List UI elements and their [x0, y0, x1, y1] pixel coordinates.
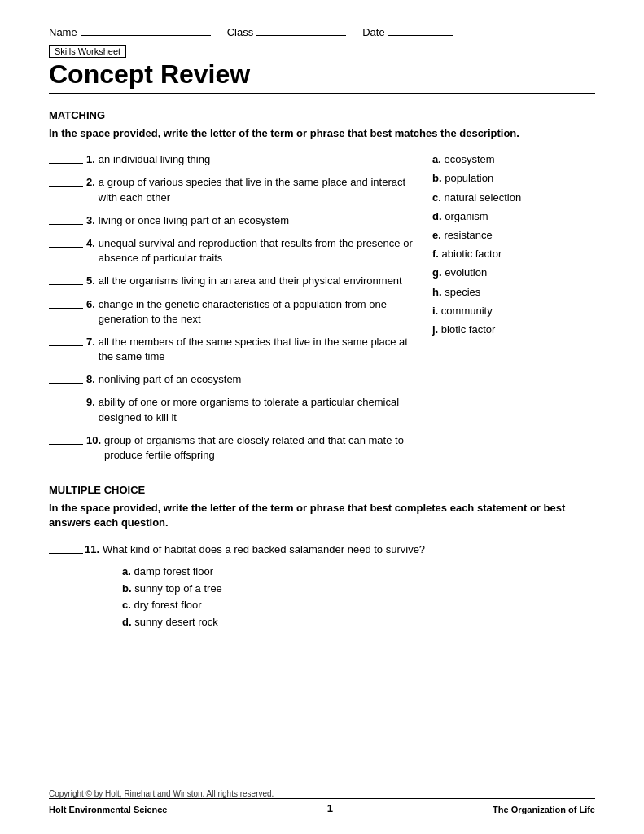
- answer-letter: j.: [432, 323, 441, 336]
- match-number: 10.: [86, 433, 101, 448]
- answer-letter: e.: [432, 229, 444, 241]
- answer-letter: h.: [432, 286, 445, 298]
- match-number: 1.: [86, 152, 95, 167]
- match-blank: [49, 152, 83, 164]
- answer-letter: d.: [432, 210, 445, 222]
- match-blank: [49, 372, 83, 384]
- footer-left: Holt Environmental Science: [49, 805, 167, 814]
- skills-badge-text: Skills Worksheet: [49, 45, 126, 58]
- match-item: 8.nonliving part of an ecosystem: [49, 372, 416, 387]
- answer-item: c. natural selection: [432, 191, 595, 205]
- match-number: 8.: [86, 372, 95, 387]
- mc-question-text: What kind of habitat does a red backed s…: [103, 542, 595, 557]
- match-text: group of organisms that are closely rela…: [104, 433, 416, 463]
- mc-option: b. sunny top of a tree: [122, 581, 595, 598]
- match-blank: [49, 297, 83, 309]
- page-title: Concept Review: [49, 59, 595, 94]
- match-blank: [49, 175, 83, 187]
- answer-letter: a.: [432, 153, 444, 165]
- answer-item: e. resistance: [432, 228, 595, 243]
- mc-item-wrapper: 11.What kind of habitat does a red backe…: [49, 542, 595, 631]
- mc-option-letter: b.: [122, 582, 134, 595]
- match-text: a group of various species that live in …: [99, 175, 416, 204]
- name-underline: [81, 24, 211, 36]
- answer-item: d. organism: [432, 209, 595, 224]
- match-item: 3.living or once living part of an ecosy…: [49, 213, 416, 228]
- mc-instructions: In the space provided, write the letter …: [49, 501, 595, 530]
- answer-item: i. community: [432, 304, 595, 318]
- match-blank: [49, 395, 83, 406]
- mc-option-text: sunny desert rock: [134, 616, 218, 628]
- mc-title: MULTIPLE CHOICE: [49, 484, 595, 496]
- match-number: 7.: [86, 335, 95, 349]
- match-text: an individual living thing: [99, 152, 416, 167]
- answer-letter: c.: [432, 191, 444, 204]
- answer-text: biotic factor: [441, 323, 495, 336]
- mc-items-container: 11.What kind of habitat does a red backe…: [49, 542, 595, 631]
- answer-text: resistance: [444, 229, 492, 241]
- match-item: 4.unequal survival and reproduction that…: [49, 236, 416, 266]
- match-number: 9.: [86, 395, 95, 410]
- mc-options: a. damp forest floorb. sunny top of a tr…: [122, 564, 595, 631]
- answer-item: b. population: [432, 171, 595, 186]
- match-number: 3.: [86, 213, 95, 228]
- match-text: ability of one or more organisms to tole…: [99, 395, 416, 424]
- footer-right: The Organization of Life: [493, 805, 595, 814]
- mc-option-text: damp forest floor: [134, 565, 213, 577]
- match-text: all the members of the same species that…: [99, 335, 416, 364]
- match-item: 5.all the organisms living in an area an…: [49, 274, 416, 288]
- match-number: 5.: [86, 274, 95, 288]
- skills-badge: Skills Worksheet: [49, 45, 595, 59]
- footer-center: 1: [327, 802, 333, 814]
- match-blank: [49, 236, 83, 248]
- match-blank: [49, 335, 83, 346]
- class-label: Class: [227, 26, 254, 38]
- answer-text: organism: [445, 210, 488, 222]
- matching-title: MATCHING: [49, 109, 595, 121]
- answer-text: species: [445, 286, 480, 298]
- mc-option: c. dry forest floor: [122, 597, 595, 614]
- name-label: Name: [49, 26, 77, 38]
- match-item: 1.an individual living thing: [49, 152, 416, 167]
- name-field: Name: [49, 24, 211, 38]
- answer-item: g. evolution: [432, 266, 595, 280]
- match-number: 4.: [86, 236, 95, 251]
- matching-answers: a. ecosystemb. populationc. natural sele…: [432, 152, 595, 471]
- date-label: Date: [362, 26, 384, 38]
- class-underline: [256, 24, 346, 36]
- matching-questions: 1.an individual living thing2.a group of…: [49, 152, 432, 471]
- footer: Holt Environmental Science 1 The Organiz…: [49, 798, 595, 814]
- answer-item: h. species: [432, 285, 595, 300]
- match-item: 7.all the members of the same species th…: [49, 335, 416, 364]
- answer-item: a. ecosystem: [432, 152, 595, 167]
- mc-blank: [49, 542, 83, 554]
- match-item: 9.ability of one or more organisms to to…: [49, 395, 416, 424]
- answer-text: community: [441, 305, 493, 317]
- match-blank: [49, 433, 83, 445]
- mc-number: 11.: [85, 542, 99, 557]
- matching-container: 1.an individual living thing2.a group of…: [49, 152, 595, 471]
- answer-text: ecosystem: [444, 153, 494, 165]
- mc-option-text: dry forest floor: [134, 599, 201, 611]
- answer-text: natural selection: [444, 191, 521, 204]
- answer-text: evolution: [445, 266, 487, 279]
- match-item: 10.group of organisms that are closely r…: [49, 433, 416, 463]
- answer-letter: i.: [432, 305, 441, 317]
- mc-option: d. sunny desert rock: [122, 614, 595, 631]
- mc-option-letter: d.: [122, 616, 134, 628]
- match-text: nonliving part of an ecosystem: [99, 372, 416, 387]
- copyright: Copyright © by Holt, Rinehart and Winsto…: [49, 789, 274, 798]
- match-text: living or once living part of an ecosyst…: [99, 213, 416, 228]
- date-underline: [388, 24, 453, 36]
- mc-option-text: sunny top of a tree: [134, 582, 222, 595]
- answer-letter: f.: [432, 248, 442, 260]
- answer-item: j. biotic factor: [432, 323, 595, 337]
- match-blank: [49, 274, 83, 285]
- answer-text: abiotic factor: [442, 248, 502, 260]
- match-item: 6.change in the genetic characteristics …: [49, 297, 416, 327]
- match-text: unequal survival and reproduction that r…: [99, 236, 416, 266]
- answer-text: population: [445, 172, 493, 184]
- answer-letter: g.: [432, 266, 445, 279]
- match-item: 2.a group of various species that live i…: [49, 175, 416, 204]
- match-text: all the organisms living in an area and …: [99, 274, 416, 288]
